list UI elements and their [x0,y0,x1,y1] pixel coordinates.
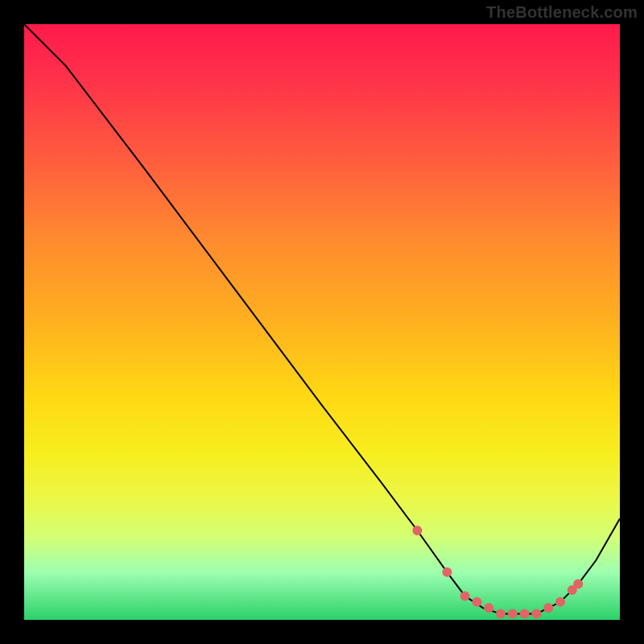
marker-dot [543,603,553,613]
marker-dot [484,603,493,613]
watermark-text: TheBottleneck.com [486,3,638,22]
curve-layer [24,24,620,620]
marker-dot [460,591,470,601]
marker-dot [520,609,530,619]
marker-dot [412,526,422,535]
marker-dot [472,597,481,607]
bottleneck-curve [24,24,620,614]
marker-dot [573,580,583,589]
marker-dot [496,609,506,619]
marker-dot [531,609,541,619]
chart-stage: TheBottleneck.com [0,0,644,644]
marker-group [412,526,583,619]
marker-dot [555,597,565,607]
marker-dot [508,609,518,619]
marker-dot [442,568,452,577]
plot-area [24,24,620,620]
